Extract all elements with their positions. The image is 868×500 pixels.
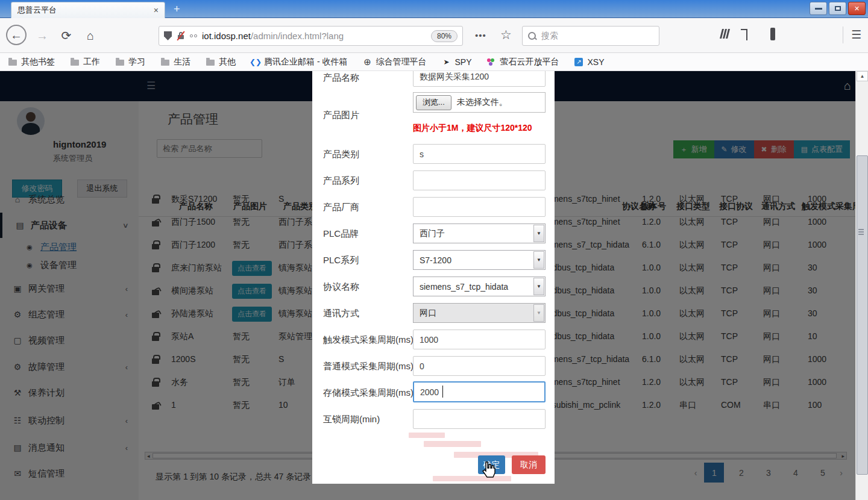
window-restore-button[interactable] xyxy=(829,2,846,15)
field-label: 产品系列 xyxy=(323,175,359,187)
field-label: PLC品牌 xyxy=(323,228,359,240)
bookmark-mgmt-platform[interactable]: ⊕综合管理平台 xyxy=(363,57,426,67)
bookmarks-bar: 其他书签 工作 学习 生活 其他 ❮❯腾讯企业邮箱 - 收件箱 ⊕综合管理平台 … xyxy=(0,53,868,71)
folder-icon xyxy=(206,60,215,66)
bookmark-folder[interactable]: 生活 xyxy=(161,57,190,67)
product-vendor-input[interactable] xyxy=(413,197,546,217)
bookmark-xsy[interactable]: ↗XSY xyxy=(574,57,604,67)
crop-icon[interactable] xyxy=(746,29,747,40)
render-artifact xyxy=(424,441,481,447)
chevron-down-icon: ▼ xyxy=(533,304,544,322)
storage-period-input[interactable] xyxy=(413,381,546,402)
bookmark-folder[interactable]: 工作 xyxy=(71,57,100,67)
field-label: 产品图片 xyxy=(323,110,359,121)
image-hint: 图片小于1M，建议尺寸120*120 xyxy=(413,123,532,134)
folder-icon xyxy=(161,60,169,66)
bookmark-folder[interactable]: 其他 xyxy=(206,57,236,67)
url-bar[interactable]: iot.idosp.net/admin/index.html?lang 80% xyxy=(159,26,463,46)
window-minimize-button[interactable] xyxy=(810,2,827,15)
field-label: 存储模式采集周期(ms) xyxy=(323,387,414,399)
field-label: 产品厂商 xyxy=(323,202,359,213)
globe-icon: ⊕ xyxy=(363,58,371,66)
edit-product-modal: 产品名称 产品图片 浏览... 未选择文件。 图片小于1M，建议尺寸120*12… xyxy=(312,71,555,484)
page-actions-icon[interactable]: ••• xyxy=(475,30,486,40)
text-caret xyxy=(442,386,443,398)
protocol-select[interactable]: siemens_s7_tcp_hidata▼ xyxy=(413,277,546,296)
scroll-thumb-grip xyxy=(858,229,864,230)
mouse-cursor xyxy=(481,461,495,481)
xsy-icon: ↗ xyxy=(574,58,583,66)
render-artifact xyxy=(409,433,445,438)
cancel-button[interactable]: 取消 xyxy=(512,455,546,474)
search-bar[interactable]: 搜索 xyxy=(522,26,659,46)
bookmark-folder[interactable]: 其他书签 xyxy=(8,57,55,67)
product-name-input[interactable] xyxy=(413,71,546,87)
browser-toolbar: ← → ⟳ ⌂ iot.idosp.net/admin/index.html?l… xyxy=(0,18,868,53)
window-close-button[interactable]: ✕ xyxy=(848,2,866,15)
permissions-icon[interactable] xyxy=(190,34,197,37)
forward-button[interactable]: → xyxy=(31,25,53,46)
field-label: 触发模式采集周期(ms) xyxy=(323,334,414,346)
folder-icon xyxy=(71,60,79,66)
product-series-input[interactable] xyxy=(413,170,546,190)
back-button[interactable]: ← xyxy=(6,25,27,45)
trigger-period-input[interactable] xyxy=(413,330,546,349)
spy-icon: ➤ xyxy=(442,58,450,66)
sidebar-toggle-icon[interactable] xyxy=(770,29,775,40)
scroll-up-icon[interactable]: ▲ xyxy=(857,71,868,81)
zoom-indicator[interactable]: 80% xyxy=(431,30,458,42)
browser-menu-icon[interactable]: ☰ xyxy=(851,28,861,42)
tencent-mail-icon: ❮❯ xyxy=(251,58,260,66)
normal-period-input[interactable] xyxy=(413,356,546,376)
interlock-period-input[interactable] xyxy=(413,409,546,429)
bookmark-spy[interactable]: ➤SPY xyxy=(442,57,471,67)
browser-titlebar: 思普云平台 × + ✕ xyxy=(0,0,868,18)
home-button[interactable]: ⌂ xyxy=(80,25,101,46)
insecure-lock-icon[interactable] xyxy=(177,31,185,40)
bookmark-tencent-mail[interactable]: ❮❯腾讯企业邮箱 - 收件箱 xyxy=(251,57,347,67)
field-label: PLC系列 xyxy=(323,255,359,266)
reload-button[interactable]: ⟳ xyxy=(55,25,77,46)
no-file-text: 未选择文件。 xyxy=(457,97,508,108)
folder-icon xyxy=(116,60,124,66)
toolbar-divider xyxy=(843,27,843,43)
plc-series-select[interactable]: S7-1200▼ xyxy=(413,250,546,270)
tab-close-icon[interactable]: × xyxy=(154,5,159,15)
comm-mode-select: 网口▼ xyxy=(413,303,546,323)
bookmark-star-icon[interactable]: ☆ xyxy=(500,28,512,42)
field-label: 产品名称 xyxy=(323,72,359,84)
screen: 思普云平台 × + ✕ ← → ⟳ ⌂ iot.idosp.net/admin/… xyxy=(0,0,868,500)
browser-tab[interactable]: 思普云平台 × xyxy=(11,2,165,18)
field-label: 互锁周期(min) xyxy=(323,414,380,425)
chevron-down-icon: ▼ xyxy=(533,225,544,242)
chevron-down-icon: ▼ xyxy=(533,251,544,269)
field-label: 通讯方式 xyxy=(323,308,359,319)
product-image-file-input[interactable]: 浏览... 未选择文件。 xyxy=(413,92,546,113)
new-tab-button[interactable]: + xyxy=(174,4,180,14)
tracking-shield-icon[interactable] xyxy=(164,31,172,40)
bookmark-ys7[interactable]: 萤石云开放平台 xyxy=(487,57,559,67)
plc-brand-select[interactable]: 西门子▼ xyxy=(413,223,546,243)
ys7-dots-icon xyxy=(487,58,495,66)
field-label: 普通模式采集周期(ms) xyxy=(323,361,414,372)
search-icon xyxy=(528,32,536,40)
field-label: 协议名称 xyxy=(323,281,359,293)
web-page: ☰ ⌂ hignton2019 系统管理员 修改密码 退出系统 ⌂系统总览 ▤产… xyxy=(0,71,868,500)
library-icon[interactable] xyxy=(721,29,729,39)
bookmark-folder[interactable]: 学习 xyxy=(116,57,145,67)
chevron-down-icon: ▼ xyxy=(533,278,544,295)
browse-button[interactable]: 浏览... xyxy=(416,95,451,110)
vertical-scrollbar[interactable]: ▲ xyxy=(855,71,868,500)
tab-title: 思普云平台 xyxy=(17,5,154,16)
product-category-input[interactable] xyxy=(413,144,546,164)
vertical-scroll-thumb[interactable] xyxy=(857,155,868,475)
folder-icon xyxy=(8,60,17,66)
render-artifact xyxy=(433,476,511,481)
field-label: 产品类别 xyxy=(323,149,359,160)
url-text[interactable]: iot.idosp.net/admin/index.html?lang xyxy=(202,31,426,41)
search-placeholder: 搜索 xyxy=(541,31,558,42)
